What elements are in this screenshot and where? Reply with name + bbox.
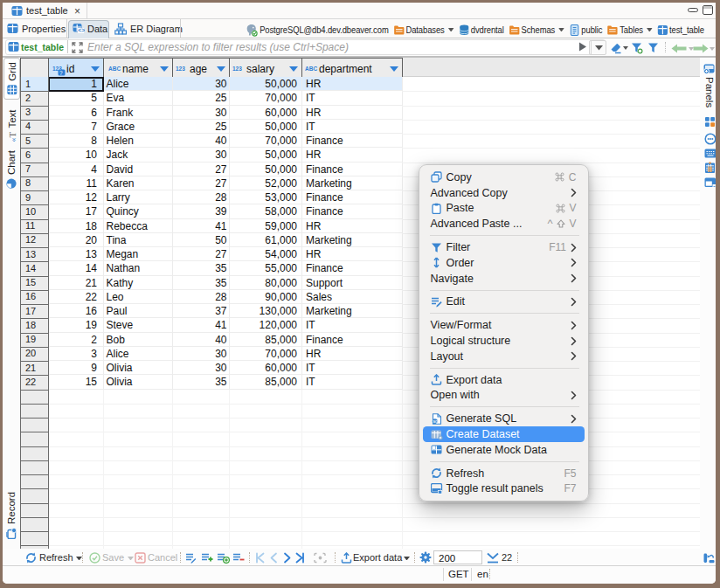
svg-text:«: «	[8, 137, 17, 142]
svg-text:?: ?	[59, 69, 63, 75]
svg-text:T: T	[7, 131, 17, 137]
svg-text:<>: <>	[78, 27, 85, 33]
svg-text:SQL: SQL	[433, 420, 440, 424]
